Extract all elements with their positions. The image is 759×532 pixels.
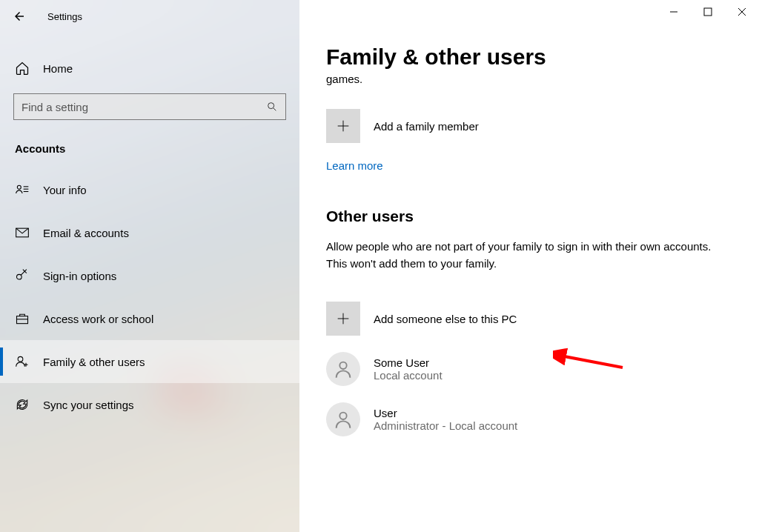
avatar-icon (326, 352, 360, 386)
sidebar-item-your-info[interactable]: Your info (0, 168, 299, 211)
sync-icon (15, 397, 30, 412)
other-users-heading: Other users (326, 207, 732, 225)
learn-more-link[interactable]: Learn more (326, 159, 383, 172)
sidebar-item-label: Your info (43, 184, 87, 196)
key-icon (15, 268, 30, 283)
home-icon (15, 61, 30, 76)
close-icon (738, 7, 746, 16)
people-add-icon (15, 354, 30, 369)
svg-point-23 (339, 413, 346, 419)
svg-line-1 (274, 108, 276, 110)
window-minimize-button[interactable] (657, 0, 691, 24)
search-box[interactable] (13, 93, 286, 120)
window-close-button[interactable] (725, 0, 759, 24)
add-family-member-button[interactable]: Add a family member (326, 109, 732, 143)
section-label: Accounts (0, 120, 299, 168)
sidebar-item-access-work-school[interactable]: Access work or school (0, 297, 299, 340)
sidebar-item-sync-settings[interactable]: Sync your settings (0, 383, 299, 426)
sidebar-item-label: Family & other users (43, 356, 145, 368)
search-icon (266, 101, 278, 113)
window-maximize-button[interactable] (691, 0, 725, 24)
briefcase-icon (15, 311, 30, 326)
user-account-type: Local account (374, 369, 443, 382)
home-button[interactable]: Home (0, 53, 299, 83)
sidebar-item-label: Access work or school (43, 313, 153, 325)
back-button[interactable] (10, 7, 28, 25)
plus-icon (326, 302, 360, 336)
user-row[interactable]: Some User Local account (326, 352, 732, 386)
plus-icon (326, 109, 360, 143)
window-title: Settings (47, 11, 82, 22)
svg-rect-15 (704, 8, 712, 16)
page-title: Family & other users (326, 44, 732, 70)
add-family-member-label: Add a family member (374, 120, 479, 133)
sidebar-item-label: Sync your settings (43, 399, 134, 411)
maximize-icon (703, 7, 712, 16)
envelope-icon (15, 225, 30, 240)
minimize-icon (669, 7, 678, 16)
sidebar-item-email-accounts[interactable]: Email & accounts (0, 211, 299, 254)
user-row[interactable]: User Administrator - Local account (326, 402, 732, 436)
svg-point-0 (268, 103, 274, 109)
stray-text: games. (326, 73, 732, 85)
sidebar-item-label: Sign-in options (43, 270, 116, 282)
avatar-icon (326, 402, 360, 436)
sidebar-item-family-other-users[interactable]: Family & other users (0, 340, 299, 383)
arrow-left-icon (13, 10, 26, 23)
user-account-type: Administrator - Local account (374, 419, 517, 432)
add-other-user-label: Add someone else to this PC (374, 313, 517, 325)
other-users-description: Allow people who are not part of your fa… (326, 239, 732, 272)
sidebar-item-label: Email & accounts (43, 227, 129, 239)
user-name: User (374, 407, 517, 419)
svg-point-10 (18, 356, 23, 362)
user-name: Some User (374, 356, 443, 369)
add-other-user-button[interactable]: Add someone else to this PC (326, 302, 732, 336)
home-label: Home (43, 62, 73, 75)
svg-rect-8 (17, 316, 28, 324)
svg-point-2 (17, 185, 21, 189)
svg-point-22 (339, 362, 346, 369)
sidebar-item-sign-in-options[interactable]: Sign-in options (0, 254, 299, 297)
user-card-icon (15, 182, 30, 197)
search-input[interactable] (21, 101, 266, 113)
svg-point-7 (17, 274, 22, 279)
